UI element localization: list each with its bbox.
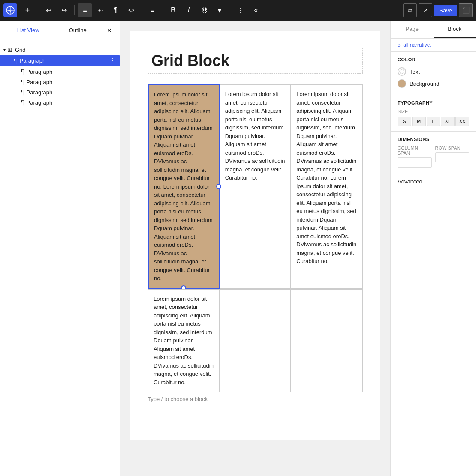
text-color-swatch[interactable] [398, 67, 406, 76]
grid-cell-1[interactable]: Lorem ipsum dolor sit amet, consectetur … [148, 84, 220, 289]
tree-paragraph-3-label: Paragraph [27, 89, 53, 96]
dimensions-section-title: Dimensions [398, 137, 469, 142]
link-more-button[interactable]: ▾ [213, 3, 226, 17]
external-link-button[interactable]: ↗ [419, 3, 432, 17]
typography-section-title: Typography [398, 100, 469, 105]
tree-item-paragraph-1[interactable]: ¶ Paragraph [0, 66, 120, 77]
grid-block-icon: ⊞ [7, 46, 12, 53]
row-span-label: ROW SPAN [435, 145, 470, 150]
sidebar-header: List View Outline × [0, 21, 120, 41]
typography-section: Typography SIZE S M L XL XX [391, 95, 476, 132]
editor-area[interactable]: Grid Block Lorem ipsum dolor sit amet, c… [120, 21, 390, 476]
size-label: SIZE [398, 109, 469, 114]
text-color-icon [399, 69, 404, 74]
type-placeholder[interactable]: Type / to choose a block [148, 392, 363, 406]
more-icon: ⋮ [237, 6, 244, 15]
list-view-icon: ≡ [83, 6, 87, 14]
column-span-input[interactable] [398, 157, 432, 168]
paragraph-icon: ¶ [114, 6, 118, 14]
main-layout: List View Outline × ▾ ⊞ Grid ¶ Paragraph… [0, 21, 476, 476]
toolbar-divider-3 [142, 5, 142, 15]
grid-cell-6[interactable] [291, 289, 362, 392]
undo-button[interactable]: ↩ [42, 3, 55, 17]
size-s-button[interactable]: S [398, 117, 411, 126]
paragraph-block-icon-1: ¶ [21, 68, 24, 75]
external-link-icon: ↗ [423, 7, 428, 14]
redo-button[interactable]: ↪ [57, 3, 71, 17]
bold-button[interactable]: B [166, 3, 180, 17]
tree-dots-icon[interactable]: ⋮ [109, 57, 116, 65]
tree-paragraph-4-label: Paragraph [27, 99, 53, 106]
page-title[interactable]: Grid Block [148, 48, 363, 74]
grid-cell-3[interactable]: Lorem ipsum dolor sit amet, consectetur … [291, 84, 362, 289]
column-span-group: COLUMN SPAN [398, 145, 432, 168]
grid-icon: ⊞· [97, 7, 103, 13]
bold-icon: B [171, 6, 176, 14]
list-view-button[interactable]: ≡ [78, 3, 92, 17]
paragraph-block-icon-2: ¶ [21, 78, 24, 85]
color-bg-row[interactable]: Background [398, 78, 469, 90]
tree-item-paragraph-3[interactable]: ¶ Paragraph [0, 87, 120, 97]
align-icon: ≡ [150, 6, 154, 14]
add-icon: + [25, 6, 30, 15]
tree-item-paragraph-2[interactable]: ¶ Paragraph [0, 77, 120, 87]
tree-item-paragraph-0[interactable]: ¶ Paragraph ⋮ [0, 55, 120, 66]
grid-button[interactable]: ⊞· [93, 3, 107, 17]
paragraph-block-icon: ¶ [14, 57, 17, 64]
code-button[interactable]: <> [124, 3, 138, 17]
italic-button[interactable]: I [182, 3, 196, 17]
grid-cell-4-text: Lorem ipsum dolor sit amet, consectetur … [154, 296, 214, 386]
settings-button[interactable]: ⬛ [459, 3, 473, 17]
grid-cell-4[interactable]: Lorem ipsum dolor sit amet, consectetur … [148, 289, 220, 392]
grid-cell-5[interactable] [220, 289, 291, 392]
wp-logo-icon: W [6, 6, 15, 15]
size-m-button[interactable]: M [412, 117, 426, 126]
right-panel: Page Block of all narrative. Color Text … [390, 21, 476, 476]
collapse-icon: « [254, 6, 258, 14]
tab-outline[interactable]: Outline [53, 22, 103, 39]
right-panel-tabs: Page Block [391, 21, 476, 39]
paragraph-button[interactable]: ¶ [109, 3, 123, 17]
size-xx-button[interactable]: XX [455, 117, 469, 126]
collapse-button[interactable]: « [249, 3, 263, 17]
italic-icon: I [188, 6, 190, 14]
undo-icon: ↩ [46, 6, 51, 15]
svg-text:W: W [8, 9, 12, 13]
bg-color-label: Background [410, 81, 439, 87]
column-span-label: COLUMN SPAN [398, 145, 432, 156]
grid-cell-3-text: Lorem ipsum dolor sit amet, consectetur … [296, 91, 356, 264]
tree-item-grid[interactable]: ▾ ⊞ Grid [0, 45, 120, 55]
paragraph-block-icon-3: ¶ [21, 89, 24, 96]
tree-paragraph-0-label: Paragraph [20, 57, 46, 64]
add-button[interactable]: + [21, 3, 34, 17]
color-text-row[interactable]: Text [398, 66, 469, 78]
save-button[interactable]: Save [434, 5, 457, 16]
tree-paragraph-1-label: Paragraph [27, 69, 53, 75]
sidebar-close-button[interactable]: × [102, 24, 116, 38]
toolbar-divider-4 [163, 5, 163, 15]
grid-cell-2[interactable]: Lorem ipsum dolor sit amet, consectetur … [220, 84, 291, 289]
preview-icon: ⧉ [408, 7, 412, 14]
dimensions-row: COLUMN SPAN ROW SPAN [398, 145, 469, 168]
align-button[interactable]: ≡ [145, 3, 159, 17]
chevron-down-icon: ▾ [3, 48, 6, 52]
tab-page[interactable]: Page [391, 21, 434, 38]
tree-item-paragraph-4[interactable]: ¶ Paragraph [0, 97, 120, 108]
size-l-button[interactable]: L [427, 117, 440, 126]
grid-top-row: Lorem ipsum dolor sit amet, consectetur … [148, 84, 363, 289]
tab-list-view[interactable]: List View [3, 22, 53, 39]
grid-cell-1-text: Lorem ipsum dolor sit amet, consectetur … [154, 91, 213, 281]
toolbar-divider-2 [74, 5, 75, 15]
size-xl-button[interactable]: XL [441, 117, 455, 126]
tab-block[interactable]: Block [434, 21, 476, 38]
size-buttons: S M L XL XX [398, 117, 469, 126]
grid-cell-2-text: Lorem ipsum dolor sit amet, consectetur … [225, 91, 285, 181]
row-span-input[interactable] [435, 152, 470, 162]
link-button[interactable]: ⛓ [197, 3, 211, 17]
preview-button[interactable]: ⧉ [403, 3, 417, 17]
toolbar: W + ↩ ↪ ≡ ⊞· ¶ <> ≡ B I ⛓ ▾ ⋮ « [0, 0, 476, 21]
settings-icon: ⬛ [462, 7, 470, 14]
text-color-label: Text [410, 69, 420, 75]
bg-color-swatch[interactable] [398, 79, 406, 88]
more-options-button[interactable]: ⋮ [234, 3, 247, 17]
